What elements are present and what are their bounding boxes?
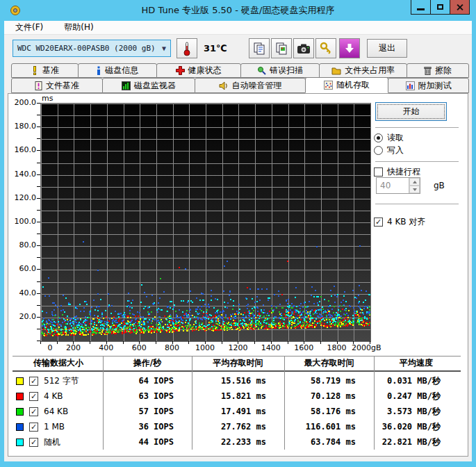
menu-file[interactable]: 文件(F) (13, 21, 46, 34)
y-tick-mark (37, 210, 40, 211)
avg-speed-value: 0.031 MB/秒 (374, 375, 459, 387)
minimize-icon (417, 8, 425, 10)
tab-extra-tests[interactable]: 附加测试 (388, 78, 469, 93)
maximize-button[interactable] (430, 0, 450, 15)
series-checkbox-1mb[interactable]: ✓ (29, 423, 38, 432)
close-icon (456, 3, 463, 11)
spin-down-button[interactable] (409, 186, 420, 193)
table-row: ✓ 64 KB (14, 407, 103, 416)
tab-disk-info[interactable]: 磁盘信息 (78, 63, 157, 78)
short-stroke-value: 40 (377, 178, 409, 193)
tab-erase[interactable]: 擦除 (407, 63, 469, 78)
avg-speed-value: 0.247 MB/秒 (374, 391, 459, 402)
x-tick-mark (156, 341, 156, 344)
avg-access-value: 22.233 ms (192, 437, 284, 447)
y-tick-mark (37, 269, 40, 270)
series-label: 64 KB (44, 407, 68, 416)
tab-row-2: 文件基准 磁盘监视器 自动噪音管理 (8, 78, 468, 92)
table-row: ✓ 4 KB (14, 391, 103, 401)
read-option[interactable]: 读取 (374, 132, 404, 144)
tab-error-scan[interactable]: 错误扫描 (240, 63, 320, 78)
screenshot-button[interactable] (293, 38, 314, 58)
tab-file-benchmark[interactable]: 文件基准 (11, 78, 103, 93)
short-stroke-checkbox[interactable] (374, 167, 383, 177)
y-tick-label: 100.0 (8, 217, 36, 226)
tab-benchmark[interactable]: 基准 (11, 63, 79, 78)
y-tick-label: 200.0 (8, 98, 36, 107)
write-option[interactable]: 写入 (374, 145, 404, 156)
short-stroke-option[interactable]: 快捷行程 (374, 166, 420, 178)
series-checkbox-4kb[interactable]: ✓ (29, 392, 38, 401)
separator (375, 204, 459, 204)
temperature-button[interactable] (177, 38, 197, 58)
tab-random-access[interactable]: 随机存取 (305, 77, 388, 93)
y-tick-label: 40.0 (8, 288, 36, 297)
tab-health[interactable]: 健康状态 (156, 63, 241, 78)
align-option[interactable]: ✓ 4 KB 对齐 (374, 216, 425, 228)
x-tick-mark (353, 341, 354, 344)
series-swatch-4kb (16, 393, 24, 400)
tab-folder-usage[interactable]: 文件夹占用率 (319, 63, 407, 78)
col-header-max-access: 最大存取时间 (284, 357, 374, 369)
separator (375, 127, 459, 128)
menu-help[interactable]: 帮助(H) (61, 21, 96, 34)
spin-up-button[interactable] (409, 178, 420, 186)
copy-text-icon (252, 42, 266, 56)
license-button[interactable] (315, 38, 336, 58)
magnifier-icon (257, 66, 266, 75)
exit-button[interactable]: 退出 (367, 39, 407, 58)
random-access-chart (40, 103, 371, 342)
max-access-value: 63.784 ms (284, 437, 374, 447)
y-tick-label: 160.0 (8, 145, 36, 154)
tab-label: 磁盘监视器 (134, 80, 176, 92)
tab-disk-monitor[interactable]: 磁盘监视器 (102, 78, 195, 93)
series-checkbox-64kb[interactable]: ✓ (29, 407, 38, 416)
iops-value: 64 IOPS (103, 376, 192, 386)
x-tick-mark (222, 341, 222, 344)
speaker-icon (219, 81, 229, 90)
series-checkbox-random[interactable]: ✓ (29, 438, 38, 447)
col-header-transfer-size: 传输数据大小 (14, 357, 103, 369)
start-button[interactable]: 开始 (375, 102, 447, 121)
benchmark-icon (31, 66, 39, 75)
read-radio[interactable] (374, 133, 383, 142)
tab-label: 随机存取 (336, 79, 370, 91)
info-icon (96, 66, 101, 75)
y-tick-label: 140.0 (8, 170, 36, 179)
x-tick-mark (288, 341, 288, 344)
tab-label: 错误扫描 (270, 65, 303, 76)
disk-monitor-icon (122, 81, 131, 90)
close-button[interactable] (450, 0, 470, 15)
y-tick-mark (37, 317, 40, 318)
x-tick-mark (139, 341, 140, 344)
tab-aam[interactable]: 自动噪音管理 (195, 78, 306, 93)
x-tick-mark (188, 341, 189, 344)
align-checkbox[interactable]: ✓ (374, 218, 383, 227)
write-radio[interactable] (374, 146, 383, 155)
x-tick-mark (271, 341, 272, 344)
x-tick-label: 400 (92, 343, 120, 352)
spinner-buttons (409, 178, 420, 193)
temperature-value: 31℃ (204, 43, 227, 54)
x-tick-label: 1200 (224, 343, 252, 352)
copy-text-button[interactable] (249, 38, 270, 58)
tab-label: 健康状态 (188, 65, 222, 76)
short-stroke-size-input[interactable]: 40 (376, 177, 420, 194)
y-tick-mark (37, 257, 40, 258)
x-tick-mark (106, 341, 107, 344)
copy-image-icon (274, 42, 288, 56)
update-download-button[interactable] (339, 38, 360, 58)
folder-icon (331, 67, 341, 75)
col-header-iops: 操作/秒 (103, 357, 192, 369)
series-checkbox-512b[interactable]: ✓ (29, 377, 38, 386)
series-swatch-random (16, 439, 24, 446)
tab-label: 附加测试 (418, 80, 452, 92)
x-tick-label: 1400 (257, 343, 285, 352)
y-tick-mark (37, 163, 40, 163)
minimize-button[interactable] (411, 0, 431, 15)
series-label: 512 字节 (44, 375, 79, 387)
copy-image-button[interactable] (271, 38, 292, 58)
y-tick-mark (37, 103, 40, 104)
drive-select-dropdown[interactable]: WDC WD20EARX-00PASB0 (2000 gB) ▼ (13, 40, 171, 57)
y-tick-label: 80.0 (8, 240, 36, 249)
